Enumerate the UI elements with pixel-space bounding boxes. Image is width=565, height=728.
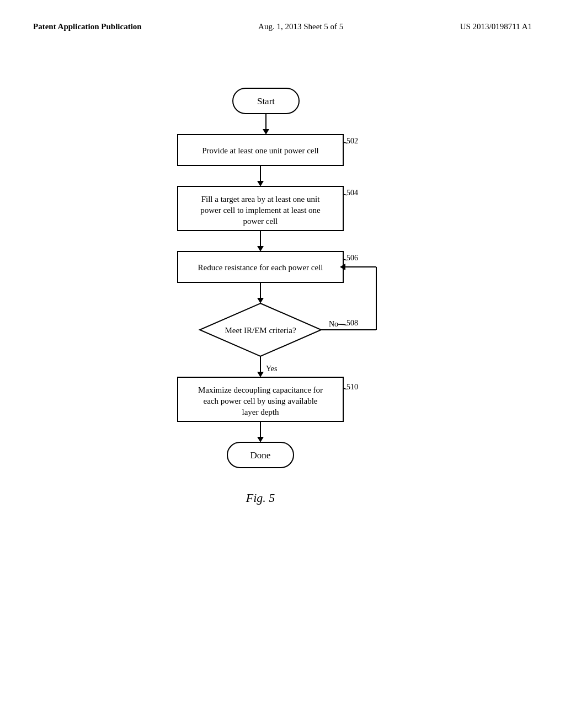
svg-marker-3 <box>263 129 269 135</box>
header-left: Patent Application Publication <box>33 22 142 31</box>
svg-marker-21 <box>257 298 264 303</box>
svg-text:Yes: Yes <box>266 365 277 373</box>
svg-text:504: 504 <box>347 189 358 197</box>
svg-text:each power cell by using avail: each power cell by using available <box>204 397 318 405</box>
svg-text:Maximize decoupling capacitanc: Maximize decoupling capacitance for <box>198 386 323 394</box>
patent-number-label: US 2013/0198711 A1 <box>460 22 532 31</box>
svg-marker-31 <box>257 372 264 377</box>
header-center: Aug. 1, 2013 Sheet 5 of 5 <box>258 22 343 31</box>
svg-text:Reduce resistance for each pow: Reduce resistance for each power cell <box>198 263 323 272</box>
publication-label: Patent Application Publication <box>33 22 142 31</box>
svg-text:layer depth: layer depth <box>242 408 279 416</box>
svg-text:502: 502 <box>347 137 358 145</box>
svg-text:508: 508 <box>347 319 358 327</box>
svg-marker-39 <box>257 437 264 442</box>
svg-text:Fill a target area by at least: Fill a target area by at least one unit <box>201 195 320 204</box>
header-right: US 2013/0198711 A1 <box>460 22 532 31</box>
svg-text:power cell: power cell <box>243 217 278 226</box>
svg-text:No: No <box>329 320 338 328</box>
svg-marker-9 <box>257 181 264 186</box>
svg-text:Provide at least one unit powe: Provide at least one unit power cell <box>202 146 319 155</box>
svg-text:Start: Start <box>257 96 275 106</box>
date-sheet-label: Aug. 1, 2013 Sheet 5 of 5 <box>258 22 343 31</box>
svg-marker-16 <box>257 246 264 251</box>
flowchart-diagram: Start 502 Provide at least one unit powe… <box>84 72 481 678</box>
svg-text:Fig.  5: Fig. 5 <box>246 491 275 505</box>
page-header: Patent Application Publication Aug. 1, 2… <box>0 0 565 31</box>
svg-text:506: 506 <box>347 254 358 262</box>
svg-text:Done: Done <box>250 450 271 461</box>
svg-text:power cell to implement at lea: power cell to implement at least one <box>200 206 321 215</box>
svg-text:Meet IR/EM criteria?: Meet IR/EM criteria? <box>225 326 296 335</box>
svg-text:510: 510 <box>347 383 358 391</box>
